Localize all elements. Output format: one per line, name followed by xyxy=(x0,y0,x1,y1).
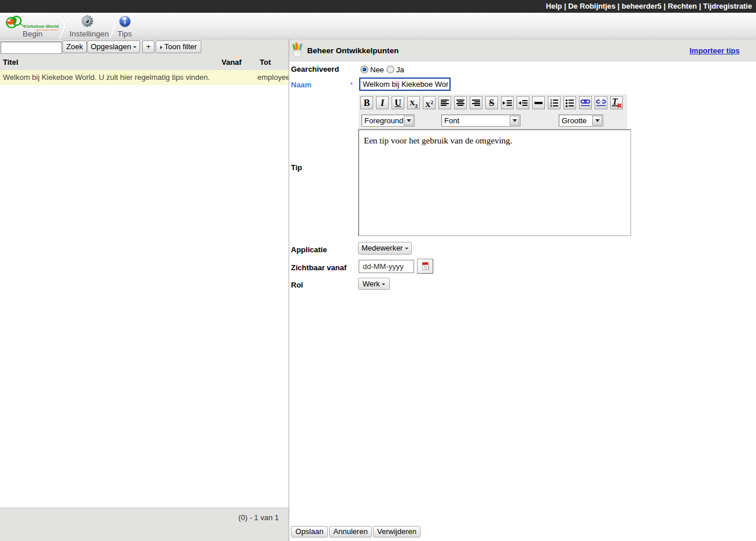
svg-text:Kiekeboe-World: Kiekeboe-World xyxy=(24,24,59,29)
svg-text:T: T xyxy=(612,97,618,106)
svg-text:15: 15 xyxy=(424,265,427,268)
